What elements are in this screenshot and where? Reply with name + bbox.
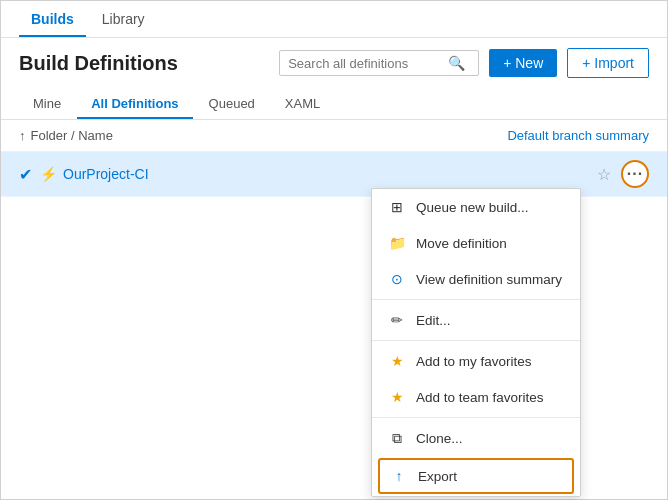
search-input[interactable]	[288, 56, 448, 71]
move-definition-icon: 📁	[388, 234, 406, 252]
table-header: ↑ Folder / Name Default branch summary	[1, 120, 667, 152]
tab-mine[interactable]: Mine	[19, 88, 75, 119]
tab-all-definitions[interactable]: All Definitions	[77, 88, 192, 119]
menu-item-my-favorites[interactable]: ★ Add to my favorites	[372, 343, 580, 379]
header-row: Build Definitions 🔍 + New + Import	[1, 38, 667, 88]
definition-name[interactable]: OurProject-CI	[63, 166, 597, 182]
menu-item-clone-label: Clone...	[416, 431, 463, 446]
menu-item-move-label: Move definition	[416, 236, 507, 251]
menu-divider-2	[372, 340, 580, 341]
row-checkmark-icon: ✔	[19, 165, 32, 184]
menu-item-edit-label: Edit...	[416, 313, 451, 328]
view-summary-icon: ⊙	[388, 270, 406, 288]
context-menu: ⊞ Queue new build... 📁 Move definition ⊙…	[371, 188, 581, 497]
folder-name-header: ↑ Folder / Name	[19, 128, 113, 143]
top-tab-bar: Builds Library	[1, 1, 667, 38]
menu-item-my-favorites-label: Add to my favorites	[416, 354, 532, 369]
menu-item-team-favorites[interactable]: ★ Add to team favorites	[372, 379, 580, 415]
new-button[interactable]: + New	[489, 49, 557, 77]
edit-icon: ✏	[388, 311, 406, 329]
tab-xaml[interactable]: XAML	[271, 88, 334, 119]
queue-build-icon: ⊞	[388, 198, 406, 216]
menu-divider-3	[372, 417, 580, 418]
menu-item-move[interactable]: 📁 Move definition	[372, 225, 580, 261]
clone-icon: ⧉	[388, 429, 406, 447]
menu-item-queue-label: Queue new build...	[416, 200, 529, 215]
team-favorites-star-icon: ★	[388, 388, 406, 406]
menu-item-view-label: View definition summary	[416, 272, 562, 287]
tab-library[interactable]: Library	[90, 1, 157, 37]
my-favorites-star-icon: ★	[388, 352, 406, 370]
menu-item-clone[interactable]: ⧉ Clone...	[372, 420, 580, 456]
sort-arrow-icon: ↑	[19, 128, 26, 143]
default-branch-label: Default branch summary	[507, 128, 649, 143]
app-container: Builds Library Build Definitions 🔍 + New…	[0, 0, 668, 500]
tab-queued[interactable]: Queued	[195, 88, 269, 119]
menu-item-edit[interactable]: ✏ Edit...	[372, 302, 580, 338]
favorite-star-icon[interactable]: ☆	[597, 165, 611, 184]
search-box[interactable]: 🔍	[279, 50, 479, 76]
tab-builds[interactable]: Builds	[19, 1, 86, 37]
definition-icon: ⚡	[40, 166, 57, 182]
menu-item-export[interactable]: ↑ Export	[378, 458, 574, 494]
folder-name-label: Folder / Name	[31, 128, 113, 143]
menu-divider-1	[372, 299, 580, 300]
more-options-button[interactable]: ···	[621, 160, 649, 188]
page-title: Build Definitions	[19, 52, 178, 75]
table-row: ✔ ⚡ OurProject-CI ☆ ··· ⊞ Queue new buil…	[1, 152, 667, 197]
import-button[interactable]: + Import	[567, 48, 649, 78]
search-icon: 🔍	[448, 55, 465, 71]
menu-item-view[interactable]: ⊙ View definition summary	[372, 261, 580, 297]
export-icon: ↑	[390, 467, 408, 485]
menu-item-team-favorites-label: Add to team favorites	[416, 390, 544, 405]
menu-item-export-label: Export	[418, 469, 457, 484]
sub-tab-bar: Mine All Definitions Queued XAML	[1, 88, 667, 120]
menu-item-queue[interactable]: ⊞ Queue new build...	[372, 189, 580, 225]
